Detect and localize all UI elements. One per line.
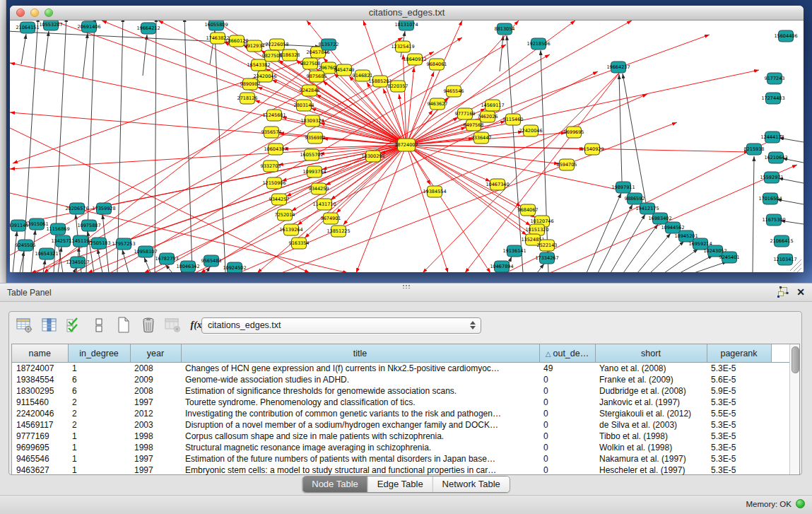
delete-table-icon xyxy=(165,317,182,334)
close-panel-button[interactable]: ✕ xyxy=(796,286,805,298)
graph-node-label: 9890987 xyxy=(240,81,261,87)
graph-node-label: 17957253 xyxy=(112,241,135,247)
network-canvas[interactable]: 1872400718300295193845549777169746202664… xyxy=(10,21,804,272)
delete-column-button[interactable] xyxy=(139,316,158,334)
table-row[interactable]: 977716911998Corpus callosum shape and si… xyxy=(12,431,789,442)
float-window-button[interactable] xyxy=(777,286,789,298)
table-mode-button[interactable] xyxy=(15,316,35,334)
show-columns-button[interactable] xyxy=(40,316,59,334)
graph-node-label: 15604406 xyxy=(774,33,797,39)
graph-node-label: 16543382 xyxy=(247,62,270,68)
table-row[interactable]: 1830029562008Estimation of significance … xyxy=(12,385,789,397)
graph-node-label: 10958107 xyxy=(134,249,157,255)
divider-grip-icon[interactable] xyxy=(402,284,411,288)
window-titlebar[interactable]: citations_edges.txt xyxy=(10,6,804,21)
graph-node-label: 9146821 xyxy=(353,73,373,78)
graph-node-label: 8135722 xyxy=(319,42,339,47)
table-row[interactable]: 1456911722003Disruption of a novel membe… xyxy=(12,419,789,431)
scrollbar-thumb[interactable] xyxy=(792,346,799,373)
graph-node-label: 11156869 xyxy=(46,226,69,232)
graph-node-label: 9245401 xyxy=(719,255,740,260)
graph-node-label: 9115460 xyxy=(503,117,524,122)
row-height-button[interactable] xyxy=(89,316,109,334)
minimize-window-button[interactable] xyxy=(30,8,39,17)
graph-node-label: 8220357 xyxy=(388,83,408,89)
window-title: citations_edges.txt xyxy=(10,6,804,20)
column-header-in-degree[interactable]: in_degree xyxy=(68,344,130,363)
table-row[interactable]: 946362711997Embryonic stem cells: a mode… xyxy=(12,465,789,476)
graph-node-label: 22420046 xyxy=(519,128,542,134)
table-row[interactable]: 946554611997Estimation of the future num… xyxy=(12,453,789,465)
close-window-button[interactable] xyxy=(16,8,25,17)
column-header-out-degree[interactable]: △out_de… xyxy=(539,344,595,363)
graph-node-label: 16055809 xyxy=(204,22,228,28)
network-view-window[interactable]: citations_edges.txt 187240071830029519 xyxy=(10,6,804,272)
delete-table-button[interactable] xyxy=(163,316,183,334)
table-panel-header[interactable]: Table Panel ✕ xyxy=(0,283,812,302)
graph-node-label: 2718126 xyxy=(237,95,258,101)
citation-network-graph[interactable]: 1872400718300295193845549777169746202664… xyxy=(10,21,804,272)
graph-node-label: 11245601 xyxy=(262,112,286,118)
new-document-icon xyxy=(115,317,132,334)
graph-node-label: 2803144 xyxy=(294,103,314,108)
graph-node-label: 10924502 xyxy=(223,265,246,271)
graph-node-label: 19664212 xyxy=(136,25,160,31)
graph-node-label: 23420046 xyxy=(253,74,276,79)
table-vertical-scrollbar[interactable] xyxy=(789,344,799,474)
graph-node-label: 20206576 xyxy=(65,206,88,211)
graph-node-label: 18724007 xyxy=(394,142,418,148)
stacked-rows-icon xyxy=(90,317,107,334)
graph-node-label: 9344257 xyxy=(269,197,290,202)
graph-node-label: 2522143 xyxy=(537,243,558,248)
graph-node-label: 9463627 xyxy=(428,101,448,107)
table-column-icon xyxy=(41,317,58,334)
tab-node-table[interactable]: Node Table xyxy=(302,477,367,492)
graph-node-label: 10120746 xyxy=(530,218,553,224)
column-header-title[interactable]: title xyxy=(181,344,539,363)
graph-node-label: 7252014 xyxy=(275,212,295,218)
status-bar: Memory: OK xyxy=(0,495,812,514)
graph-node-label: 9163354 xyxy=(289,240,310,246)
graph-node-label: 9886592 xyxy=(625,196,645,201)
graph-node-label: 12103417 xyxy=(773,257,796,262)
table-row[interactable]: 1938455462009Genome-wide association stu… xyxy=(12,374,789,385)
column-header-pagerank[interactable]: pagerank xyxy=(707,344,771,363)
tab-edge-table[interactable]: Edge Table xyxy=(367,477,433,492)
table-header-row: name in_degree year title △out_de… short… xyxy=(12,344,789,363)
graph-node-label: 21066415 xyxy=(770,238,793,244)
graph-node-label: 12325419 xyxy=(391,44,414,49)
zoom-window-button[interactable] xyxy=(45,8,53,17)
column-header-name[interactable]: name xyxy=(12,344,68,363)
graph-node-label: 9777169 xyxy=(455,111,476,117)
graph-node-label: 12505183 xyxy=(87,240,110,246)
create-column-button[interactable] xyxy=(114,316,134,334)
graph-node-label: 9344259 xyxy=(309,186,329,192)
tab-network-table[interactable]: Network Table xyxy=(433,477,510,492)
graph-node-label: 18300295 xyxy=(361,153,384,159)
column-header-year[interactable]: year xyxy=(130,344,181,363)
graph-node-label: 20691406 xyxy=(77,24,100,30)
graph-node-label: 12444138 xyxy=(760,134,784,140)
table-type-tabs: Node Table Edge Table Network Table xyxy=(302,476,510,493)
table-source-select[interactable]: citations_edges.txt xyxy=(201,317,481,334)
graph-node-label: 19136141 xyxy=(502,248,526,254)
graph-node-label: 12345017 xyxy=(66,259,89,265)
graph-node-label: 10993754 xyxy=(302,169,326,175)
column-header-filler xyxy=(771,344,789,363)
select-columns-button[interactable] xyxy=(64,316,84,334)
graph-node-label: 9827508 xyxy=(300,61,321,66)
column-header-short[interactable]: short xyxy=(595,344,707,363)
table-row[interactable]: 2242004622012Investigating the contribut… xyxy=(12,408,789,419)
table-row[interactable]: 911546021997Tourette syndrome. Phenomeno… xyxy=(12,397,789,408)
table-row[interactable]: 969969511998Structural magnetic resonanc… xyxy=(12,442,789,453)
table-row[interactable]: 1872400712008Changes of HCN gene express… xyxy=(12,363,789,375)
graph-node-label: 18640932 xyxy=(403,57,426,62)
graph-node-label: 16055702 xyxy=(300,152,323,158)
memory-status-icon xyxy=(796,499,805,508)
graph-node-label: 9699695 xyxy=(564,129,584,135)
graph-node-label: 7462026 xyxy=(478,114,498,119)
memory-status-label: Memory: OK xyxy=(746,500,792,508)
graph-node-label: 19218506 xyxy=(526,41,550,47)
graph-node-label: 16210643 xyxy=(764,155,787,160)
left-gutter xyxy=(0,0,6,283)
